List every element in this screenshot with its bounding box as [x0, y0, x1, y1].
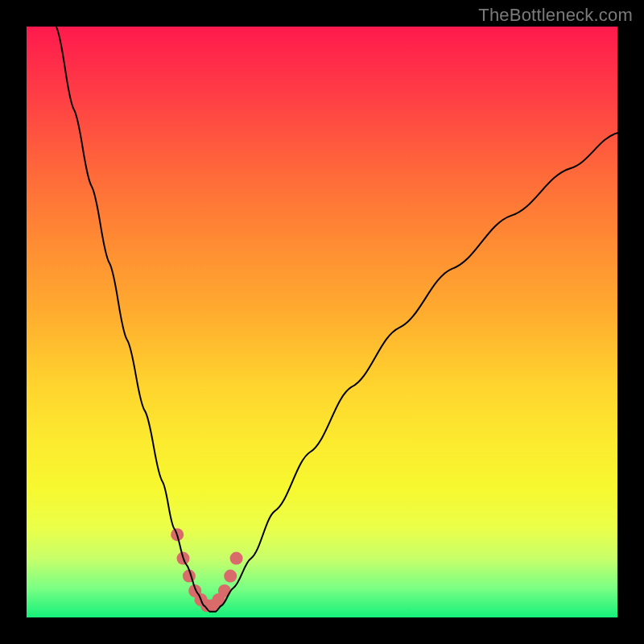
chart-svg — [27, 27, 617, 617]
dot-band-point — [224, 570, 237, 583]
dot-band-point — [218, 584, 231, 597]
watermark-text: TheBottleneck.com — [478, 5, 633, 26]
dot-band-point — [230, 552, 243, 565]
dot-band-series — [171, 528, 242, 612]
bottleneck-curve — [56, 27, 617, 612]
chart-container: TheBottleneck.com — [0, 0, 644, 644]
